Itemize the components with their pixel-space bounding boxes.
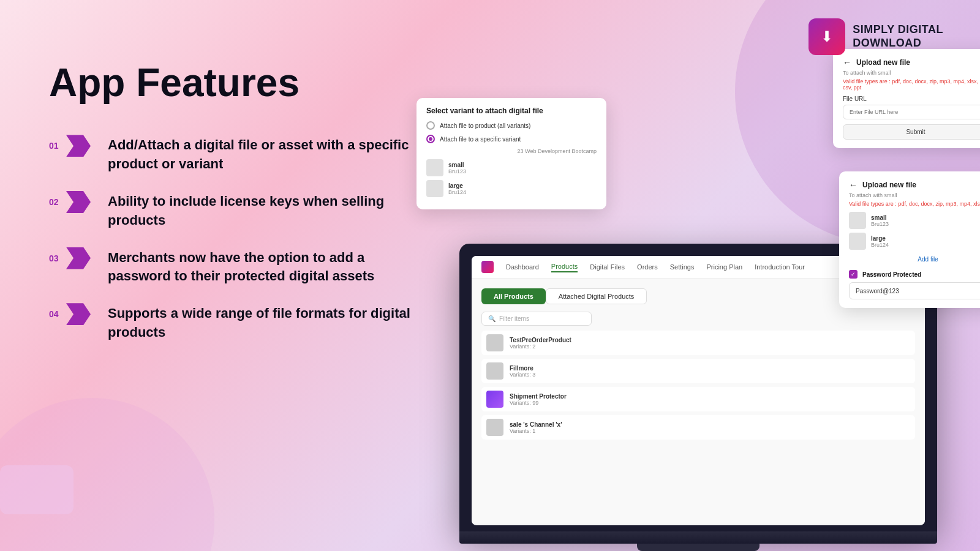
valid-types-2: Valid file types are : pdf, doc, docx, z…: [849, 201, 980, 207]
features-list: 01 Add/Attach a digital file or asset wi…: [49, 135, 429, 342]
password-protected-checkbox[interactable]: ✓: [849, 270, 858, 279]
panel-upload-2: ← Upload new file To attach with small V…: [839, 171, 980, 308]
nav-orders[interactable]: Orders: [637, 262, 658, 272]
feature-item-3: 03 Merchants now have the option to add …: [49, 247, 429, 287]
download-icon: ⬇: [821, 28, 833, 45]
product-info-3: Shipment Protector Variants: 99: [510, 393, 567, 406]
logo-icon: ⬇: [809, 18, 845, 55]
tab-all-products[interactable]: All Products: [481, 288, 546, 304]
variant-info-small-2: small Bru123: [871, 214, 889, 227]
chevron-arrow-3: [66, 247, 91, 269]
variant-thumb-small-2: [849, 212, 866, 229]
right-mockup: Dashboard Products Digital Files Orders …: [429, 37, 980, 551]
variant-info-large-2: large Bru124: [871, 235, 889, 248]
app-logo-small: [481, 261, 494, 273]
nav-dashboard[interactable]: Dashboard: [506, 262, 539, 272]
feature-item-1: 01 Add/Attach a digital file or asset wi…: [49, 135, 429, 174]
upload-header-2: ← Upload new file: [849, 180, 980, 190]
radio-option-all[interactable]: Attach file to product (all variants): [426, 121, 597, 130]
file-url-input-1[interactable]: [843, 105, 980, 119]
laptop-base: [459, 531, 937, 544]
file-url-label-1: File URL: [843, 96, 980, 102]
variant-name-large: large: [448, 182, 466, 189]
product-thumb-2: [486, 362, 503, 380]
password-input[interactable]: [856, 288, 980, 294]
product-name-3: Shipment Protector: [510, 393, 567, 400]
variant-thumb-large: [426, 180, 443, 197]
panel-select-variant: Select variant to attach digital file At…: [417, 98, 606, 209]
variant-thumb-small: [426, 159, 443, 176]
product-name-1: TestPreOrderProduct: [510, 337, 571, 343]
variant-item-small-2: small Bru123: [849, 212, 980, 229]
feature-number-arrow-2: 02: [49, 191, 98, 213]
variant-thumb-large-2: [849, 233, 866, 250]
variant-name-small: small: [448, 162, 466, 168]
feature-number-arrow-1: 01: [49, 135, 98, 157]
feature-text-1: Add/Attach a digital file or asset with …: [108, 135, 429, 174]
back-arrow-2[interactable]: ←: [849, 180, 858, 190]
nav-digital-files[interactable]: Digital Files: [590, 262, 625, 272]
variant-info-small: small Bru123: [448, 162, 466, 174]
product-variants-2: Variants: 3: [510, 372, 535, 378]
password-protected-row: ✓ Password Protected: [849, 270, 980, 279]
product-item-1[interactable]: TestPreOrderProduct Variants: 2: [481, 331, 915, 355]
nav-products[interactable]: Products: [551, 261, 578, 272]
feature-item-4: 04 Supports a wide range of file formats…: [49, 303, 429, 342]
variant-item-small: small Bru123: [426, 159, 597, 176]
product-variants-3: Variants: 99: [510, 400, 567, 406]
variant-item-large: large Bru124: [426, 180, 597, 197]
feature-number-4: 04: [49, 309, 66, 319]
back-arrow-1[interactable]: ←: [843, 58, 851, 67]
nav-settings[interactable]: Settings: [670, 262, 695, 272]
chevron-arrow-4: [66, 303, 91, 325]
feature-item-2: 02 Ability to include license keys when …: [49, 191, 429, 230]
upload-title-1: Upload new file: [856, 58, 910, 67]
product-thumb-4: [486, 419, 503, 436]
left-content: App Features 01 Add/Attach a digital fil…: [49, 61, 429, 342]
search-placeholder: Filter items: [499, 315, 529, 322]
chevron-arrow-2: [66, 191, 91, 213]
upload-title-2: Upload new file: [862, 181, 916, 189]
password-protected-label: Password Protected: [862, 271, 921, 278]
variant-name-large-2: large: [871, 235, 889, 242]
product-variants-4: Variants: 1: [510, 428, 562, 434]
product-item-3[interactable]: Shipment Protector Variants: 99: [481, 387, 915, 411]
product-thumb-1: [486, 334, 503, 351]
variant-sku-small-2: Bru123: [871, 221, 889, 227]
deco-card: [0, 465, 74, 514]
product-thumb-3: [486, 391, 503, 408]
product-name-4: sale 's Channel 'x': [510, 421, 562, 428]
submit-button-1[interactable]: Submit: [843, 124, 980, 140]
logo-area: ⬇ SIMPLY DIGITAL DOWNLOAD: [809, 18, 943, 55]
upload-header-1: ← Upload new file: [843, 58, 980, 67]
variant-name-small-2: small: [871, 214, 889, 221]
feature-number-1: 01: [49, 141, 66, 151]
variant-sku-large: Bru124: [448, 189, 466, 195]
product-item-2[interactable]: Fillmore Variants: 3: [481, 359, 915, 383]
feature-number-arrow-3: 03: [49, 247, 98, 269]
product-name-2: Fillmore: [510, 365, 535, 372]
add-file-button[interactable]: Add file: [849, 253, 980, 265]
panel-upload-1: ← Upload new file To attach with small V…: [833, 49, 980, 148]
variant-sku-small: Bru123: [448, 168, 466, 174]
password-input-row: 👁: [849, 282, 980, 299]
tab-attached-digital[interactable]: Attached Digital Products: [546, 288, 647, 304]
radio-label-specific: Attach file to a specific variant: [440, 136, 521, 143]
upload-subtitle-1: To attach with small: [843, 70, 980, 76]
page-title: App Features: [49, 61, 429, 104]
radio-label-all: Attach file to product (all variants): [440, 122, 530, 129]
radio-option-specific[interactable]: Attach file to a specific variant: [426, 135, 597, 143]
feature-number-2: 02: [49, 197, 66, 207]
nav-pricing[interactable]: Pricing Plan: [706, 262, 742, 272]
app-content: All Products Attached Digital Products 🔍…: [472, 279, 925, 523]
chevron-arrow-1: [66, 135, 91, 157]
variant-sku-large-2: Bru124: [871, 242, 889, 248]
feature-text-3: Merchants now have the option to add a p…: [108, 247, 429, 287]
search-bar[interactable]: 🔍 Filter items: [481, 312, 592, 326]
nav-intro[interactable]: Introduction Tour: [755, 262, 805, 272]
feature-number-3: 03: [49, 253, 66, 263]
panel-select-variant-title: Select variant to attach digital file: [426, 107, 597, 115]
product-item-4[interactable]: sale 's Channel 'x' Variants: 1: [481, 415, 915, 440]
feature-text-4: Supports a wide range of file formats fo…: [108, 303, 429, 342]
product-info-2: Fillmore Variants: 3: [510, 365, 535, 378]
